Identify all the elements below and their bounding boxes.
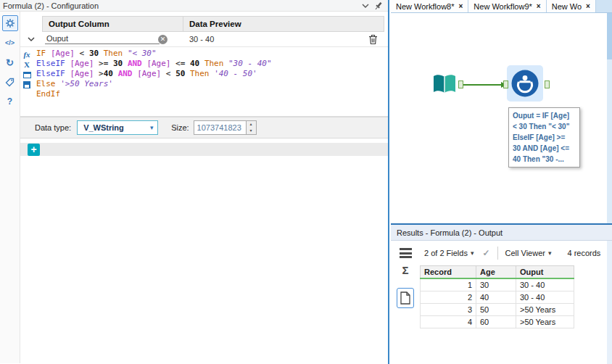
data-type-value: V_WString — [78, 123, 146, 132]
function-icon[interactable]: fx — [23, 49, 30, 59]
workflow-tab-label: New Wo — [552, 2, 582, 11]
formula-code[interactable]: IF [Age] < 30 Then "< 30"ElseIF [Age] >=… — [33, 47, 388, 116]
help-icon-glyph: ? — [7, 96, 12, 107]
formula-line: ElseIF [Age] >= 30 AND [Age] <= 40 Then … — [36, 59, 385, 69]
workflow-tab[interactable]: New Wo× — [547, 0, 596, 12]
input-anchor[interactable] — [503, 80, 508, 88]
table-cell: 2 — [421, 291, 476, 304]
preview-page-icon[interactable] — [397, 288, 414, 308]
tool-annotation[interactable]: Ouput = IF [Age]< 30 Then "< 30"ElseIF [… — [508, 107, 580, 167]
workflow-tab-label: New Workflow8* — [396, 2, 455, 11]
code-icon-glyph: </> — [5, 39, 15, 46]
add-expression-row: + — [20, 143, 388, 156]
table-cell: 30 — [476, 278, 516, 291]
formula-configuration: Output Column Data Preview ✕ 30 - 40 f — [20, 12, 388, 363]
table-cell: 30 - 40 — [516, 291, 574, 304]
workflow-tab[interactable]: New Workflow8*× — [391, 0, 468, 12]
config-tab-strip: </> ↻ ? — [0, 12, 20, 363]
tab-close-icon[interactable]: × — [586, 2, 590, 10]
table-cell: 1 — [421, 278, 476, 291]
output-anchor[interactable] — [458, 80, 463, 88]
data-preview-header: Data Preview — [183, 16, 384, 32]
spinner-down-icon[interactable]: ▾ — [247, 128, 256, 134]
workflow-canvas[interactable]: Ouput = IF [Age]< 30 Then "< 30"ElseIF [… — [391, 13, 612, 223]
size-field-wrap: ▴ ▾ — [194, 120, 257, 135]
annotation-line: Ouput = IF [Age] — [513, 110, 576, 121]
results-view-strip: Σ — [391, 241, 420, 364]
text-input-tool[interactable] — [431, 71, 458, 99]
help-icon[interactable]: ? — [2, 94, 18, 109]
scrollbar-thumb[interactable] — [607, 13, 612, 59]
tag-icon[interactable] — [2, 74, 18, 90]
results-col-header[interactable]: Record — [421, 266, 476, 279]
size-spinner[interactable]: ▴ ▾ — [246, 120, 257, 135]
workspace-area: New Workflow8*×New Workflow9*×New Wo× — [391, 0, 612, 364]
cell-viewer-dropdown[interactable]: Cell Viewer ▾ — [505, 249, 552, 257]
size-label: Size: — [171, 123, 189, 132]
table-row[interactable]: 350>50 Years — [421, 304, 574, 316]
results-panel: Results - Formula (2) - Output Σ 2 of 2 … — [391, 223, 612, 364]
refresh-icon-glyph: ↻ — [6, 57, 14, 68]
add-expression-button[interactable]: + — [28, 144, 40, 156]
results-table: RecordAgeOuput 13030 - 4024030 - 40350>5… — [420, 265, 574, 328]
variable-icon[interactable]: X — [24, 59, 30, 70]
output-anchor[interactable] — [545, 80, 550, 88]
formula-line: EndIf — [36, 89, 385, 99]
formula-tool[interactable] — [511, 70, 539, 97]
table-view-icon[interactable] — [400, 248, 412, 258]
tab-close-icon[interactable]: × — [537, 2, 541, 10]
size-input[interactable] — [194, 120, 246, 135]
output-column-field-wrap: ✕ — [42, 34, 183, 44]
clear-icon[interactable]: ✕ — [158, 35, 168, 44]
results-toolbar: 2 of 2 Fields ▾ ✓ Cell Viewer ▾ 4 record… — [420, 241, 612, 265]
expand-chevron-icon[interactable] — [20, 36, 42, 42]
configuration-body: </> ↻ ? Output Column Data Preview ✕ — [0, 12, 388, 363]
gear-icon[interactable] — [2, 15, 18, 31]
configuration-panel: Formula (2) - Configuration </> ↻ ? Outp… — [0, 0, 389, 364]
annotation-line: ElseIF [Age] >= — [513, 132, 576, 143]
panel-title: Formula (2) - Configuration — [3, 1, 99, 10]
results-main: 2 of 2 Fields ▾ ✓ Cell Viewer ▾ 4 record… — [420, 241, 612, 364]
pin-icon[interactable] — [372, 1, 385, 11]
canvas-scrollbar[interactable] — [607, 13, 612, 223]
delete-expression-icon[interactable] — [368, 34, 378, 45]
table-cell: 60 — [476, 316, 516, 328]
metadata-view-icon[interactable]: Σ — [402, 265, 408, 276]
annotation-line: < 30 Then "< 30" — [513, 121, 576, 132]
data-type-select[interactable]: V_WString ▾ — [77, 120, 158, 135]
results-scrollbar[interactable] — [607, 241, 612, 364]
output-column-input[interactable] — [45, 34, 160, 44]
expression-grid-header: Output Column Data Preview — [20, 16, 388, 32]
table-row[interactable]: 13030 - 40 — [421, 278, 574, 291]
tab-close-icon[interactable]: × — [459, 2, 463, 10]
table-row[interactable]: 24030 - 40 — [421, 291, 574, 304]
formula-line: IF [Age] < 30 Then "< 30" — [36, 49, 385, 59]
window-icon[interactable] — [23, 70, 31, 80]
save-expression-icon[interactable] — [23, 80, 30, 90]
formula-editor: fx X IF [Age] < 30 Then "< 30"ElseIF [Ag… — [20, 47, 388, 117]
chevron-down-icon: ▾ — [146, 124, 157, 131]
expression-row: ✕ 30 - 40 — [20, 32, 388, 47]
table-row[interactable]: 460>50 Years — [421, 316, 574, 328]
results-body: Σ 2 of 2 Fields ▾ ✓ Cell Viewer ▾ — [391, 241, 612, 364]
toolbar-divider — [497, 247, 498, 260]
chevron-down-icon: ▾ — [471, 249, 474, 257]
table-cell: 4 — [421, 316, 476, 328]
code-icon[interactable]: </> — [2, 35, 18, 51]
workflow-tab-bar: New Workflow8*×New Workflow9*×New Wo× — [391, 0, 612, 13]
data-type-row: Data type: V_WString ▾ Size: ▴ ▾ — [20, 117, 388, 138]
results-col-header[interactable]: Age — [476, 266, 516, 279]
table-cell: 40 — [476, 291, 516, 304]
results-col-header[interactable]: Ouput — [516, 266, 574, 279]
table-cell: 50 — [476, 304, 516, 316]
apply-check-icon[interactable]: ✓ — [482, 248, 489, 258]
chevron-down-icon[interactable] — [359, 1, 372, 11]
workflow-tab[interactable]: New Workflow9*× — [468, 0, 546, 12]
data-preview-value: 30 - 40 — [183, 35, 368, 44]
record-count: 4 records — [567, 249, 600, 257]
output-column-header: Output Column — [42, 16, 183, 32]
refresh-icon[interactable]: ↻ — [2, 54, 18, 70]
fields-dropdown[interactable]: 2 of 2 Fields ▾ — [424, 249, 474, 257]
spinner-up-icon[interactable]: ▴ — [247, 121, 256, 128]
editor-icon-gutter: fx X — [20, 47, 33, 116]
